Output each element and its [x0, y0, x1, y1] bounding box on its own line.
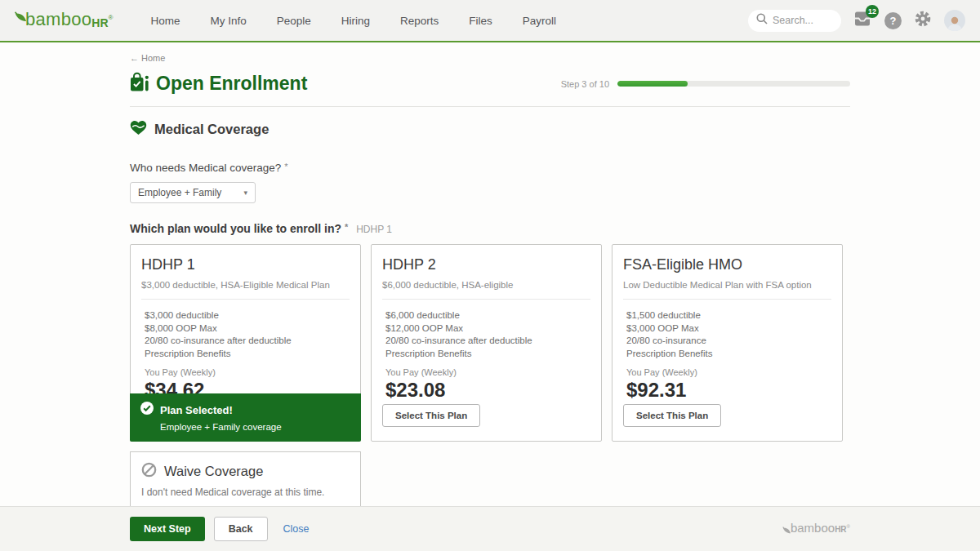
inbox-button[interactable]: 12 — [853, 11, 872, 30]
no-symbol-icon — [141, 462, 157, 481]
plan-features: $1,500 deductible $3,000 OOP Max 20/80 c… — [626, 310, 831, 358]
nav-item-my-info[interactable]: My Info — [207, 10, 249, 32]
feature-item: $12,000 OOP Max — [385, 323, 590, 334]
plan-name: FSA-Eligible HMO — [623, 256, 831, 273]
feature-item: $3,000 OOP Max — [626, 323, 831, 334]
progress-area: Step 3 of 10 — [561, 79, 850, 89]
search-icon — [756, 13, 768, 28]
plan-card-hdhp1: HDHP 1 $3,000 deductible, HSA-Eligible M… — [130, 244, 361, 442]
plan-cards-row: HDHP 1 $3,000 deductible, HSA-Eligible M… — [130, 244, 850, 442]
selected-plan-hint: HDHP 1 — [356, 224, 392, 235]
plan-selected-subtitle: Employee + Family coverage — [160, 422, 350, 432]
plan-name: HDHP 1 — [141, 256, 350, 273]
plan-name: HDHP 2 — [382, 256, 590, 273]
plan-card-hdhp2: HDHP 2 $6,000 deductible, HSA-eligible $… — [371, 244, 602, 442]
nav-item-payroll[interactable]: Payroll — [519, 10, 559, 32]
plan-selected-title: Plan Selected! — [160, 404, 233, 416]
step-label: Step 3 of 10 — [561, 79, 609, 89]
pay-frequency-label: You Pay (Weekly) — [626, 367, 831, 377]
plan-question-row: Which plan would you like to enroll in? … — [130, 222, 850, 235]
chevron-down-icon: ▾ — [243, 189, 247, 197]
progress-fill — [617, 81, 688, 87]
feature-item: 20/80 co-insurance after deductible — [385, 335, 590, 346]
pay-frequency-label: You Pay (Weekly) — [385, 367, 590, 377]
progress-bar — [617, 81, 850, 87]
close-link[interactable]: Close — [283, 523, 310, 535]
required-asterisk: * — [284, 162, 287, 171]
logo-wordmark: bamboo — [25, 9, 91, 30]
nav-item-home[interactable]: Home — [147, 10, 183, 32]
plan-price: $92.31 — [626, 379, 831, 402]
bamboohr-logo[interactable]: bamboo HR ® — [15, 9, 113, 33]
plan-question-label: Which plan would you like to enroll in? … — [130, 222, 348, 235]
topbar-right-group: 12 ? — [748, 10, 965, 32]
waive-description: I don't need Medical coverage at this ti… — [141, 487, 350, 498]
feature-item: $8,000 OOP Max — [145, 323, 350, 334]
coverage-question-label: Who needs Medical coverage? * — [130, 162, 850, 174]
feature-item: Prescription Benefits — [385, 349, 590, 359]
nav-item-hiring[interactable]: Hiring — [338, 10, 373, 32]
search-input[interactable] — [773, 15, 834, 26]
next-step-button[interactable]: Next Step — [130, 517, 205, 541]
feature-item: $6,000 deductible — [385, 310, 590, 321]
waive-title: Waive Coverage — [164, 464, 263, 479]
select-plan-button-fsa-hmo[interactable]: Select This Plan — [623, 404, 721, 427]
notification-badge: 12 — [866, 5, 879, 18]
plan-price: $23.08 — [385, 379, 590, 402]
back-arrow-icon: ← — [130, 53, 139, 63]
feature-item: $1,500 deductible — [626, 310, 831, 321]
user-avatar[interactable] — [944, 10, 965, 31]
plan-features: $6,000 deductible $12,000 OOP Max 20/80 … — [385, 310, 590, 358]
breadcrumb[interactable]: ← Home — [130, 53, 165, 63]
plan-features: $3,000 deductible $8,000 OOP Max 20/80 c… — [145, 310, 350, 358]
footer-action-bar: Next Step Back Close bamboo HR ® — [0, 506, 980, 551]
footer-logo-registered-mark: ® — [847, 524, 850, 529]
settings-gear-icon[interactable] — [914, 10, 932, 31]
select-plan-button-hdhp2[interactable]: Select This Plan — [382, 404, 480, 427]
nav-item-files[interactable]: Files — [466, 10, 496, 32]
footer-bamboohr-logo: bamboo HR ® — [782, 521, 850, 537]
page-title: Open Enrollment — [156, 73, 307, 95]
plan-subtitle: Low Deductible Medical Plan with FSA opt… — [623, 280, 831, 290]
top-nav-bar: bamboo HR ® Home My Info People Hiring R… — [0, 0, 980, 42]
required-asterisk: * — [345, 222, 348, 232]
logo-registered-mark: ® — [109, 12, 114, 24]
pay-frequency-label: You Pay (Weekly) — [145, 367, 350, 377]
feature-item: 20/80 co-insurance — [626, 335, 831, 346]
main-nav: Home My Info People Hiring Reports Files… — [147, 10, 559, 32]
plan-subtitle: $3,000 deductible, HSA-Eligible Medical … — [141, 280, 350, 290]
help-icon[interactable]: ? — [884, 12, 902, 29]
plan-subtitle: $6,000 deductible, HSA-eligible — [382, 280, 590, 290]
enrollment-bag-icon — [130, 72, 149, 96]
feature-item: Prescription Benefits — [626, 349, 831, 359]
feature-item: Prescription Benefits — [145, 349, 350, 359]
page-content: ← Home Open Enrollment Step 3 of 10 — [130, 42, 850, 541]
feature-item: $3,000 deductible — [145, 310, 350, 321]
feature-item: 20/80 co-insurance after deductible — [145, 335, 350, 346]
nav-item-reports[interactable]: Reports — [397, 10, 442, 32]
card-divider — [141, 299, 350, 300]
section-title: Medical Coverage — [154, 122, 269, 137]
logo-hr-text: HR — [91, 13, 108, 33]
plan-selected-banner: Plan Selected! Employee + Family coverag… — [130, 393, 361, 442]
card-divider — [623, 299, 831, 300]
coverage-dropdown[interactable]: Employee + Family ▾ — [130, 182, 256, 203]
footer-logo-wordmark: bamboo — [791, 521, 835, 535]
plan-question-text: Which plan would you like to enroll in? — [130, 222, 341, 235]
coverage-dropdown-value: Employee + Family — [138, 187, 221, 198]
title-divider — [130, 106, 850, 107]
coverage-question-text: Who needs Medical coverage? — [130, 162, 281, 174]
medical-coverage-section-header: Medical Coverage — [130, 120, 850, 139]
breadcrumb-home-link[interactable]: Home — [141, 53, 165, 63]
nav-item-people[interactable]: People — [274, 10, 314, 32]
plan-card-fsa-hmo: FSA-Eligible HMO Low Deductible Medical … — [612, 244, 843, 442]
back-button[interactable]: Back — [214, 517, 268, 541]
search-box[interactable] — [748, 10, 841, 32]
card-divider — [382, 299, 590, 300]
heart-pulse-icon — [130, 120, 147, 139]
footer-logo-hr-text: HR — [835, 525, 846, 534]
page-title-row: Open Enrollment Step 3 of 10 — [130, 72, 850, 96]
check-circle-icon — [140, 402, 154, 418]
